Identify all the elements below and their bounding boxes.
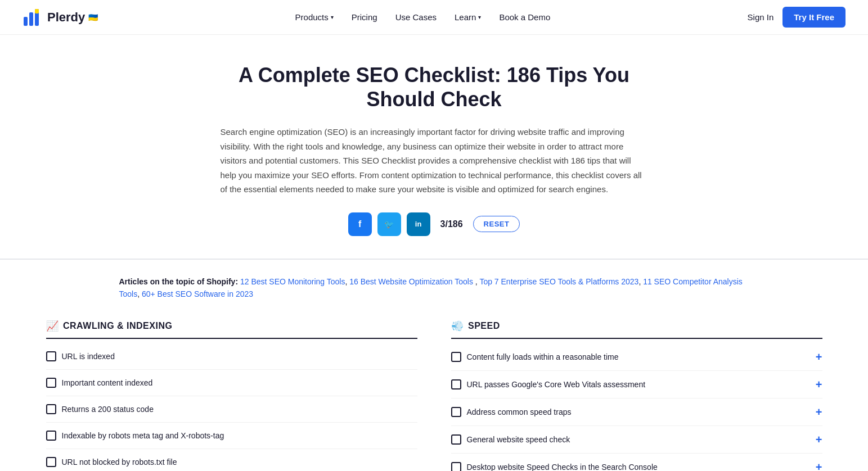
checkbox-sp2[interactable] — [451, 379, 461, 390]
list-item: Content fully loads within a reasonable … — [451, 343, 822, 371]
item-label-ci5: URL not blocked by robots.txt file — [62, 458, 177, 467]
navbar: Plerdy 🇺🇦 Products ▾ Pricing Use Cases L… — [0, 0, 868, 35]
list-item: Returns a 200 status code — [46, 396, 417, 423]
item-label-sp1: Content fully loads within a reasonable … — [467, 352, 619, 361]
checkbox-ci5[interactable] — [46, 457, 56, 467]
list-item: Indexable by robots meta tag and X-robot… — [46, 423, 417, 449]
nav-item-products[interactable]: Products ▾ — [295, 12, 334, 22]
logo-link[interactable]: Plerdy 🇺🇦 — [23, 7, 98, 28]
logo-icon — [23, 7, 44, 28]
list-item: General website speed check + — [451, 426, 822, 454]
crawling-icon: 📈 — [46, 320, 59, 332]
linkedin-icon: in — [415, 220, 422, 228]
facebook-share-button[interactable]: f — [348, 212, 372, 236]
crawling-indexing-section: 📈 CRAWLING & INDEXING URL is indexed Imp… — [46, 314, 417, 471]
list-item: Important content indexed — [46, 370, 417, 396]
expand-button-sp1[interactable]: + — [816, 351, 822, 363]
nav-item-pricing[interactable]: Pricing — [352, 12, 377, 22]
twitter-share-button[interactable]: 🐦 — [377, 212, 401, 236]
checkbox-sp3[interactable] — [451, 407, 461, 417]
checkbox-sp4[interactable] — [451, 434, 461, 445]
hero-description: Search engine optimization (SEO) is an i… — [221, 125, 648, 197]
linkedin-share-button[interactable]: in — [407, 212, 430, 236]
list-item: Address common speed traps + — [451, 398, 822, 426]
sign-in-link[interactable]: Sign In — [748, 12, 774, 22]
articles-row: Articles on the topic of Shopify: 12 Bes… — [97, 275, 772, 301]
speed-section-title: SPEED — [468, 321, 500, 331]
try-free-button[interactable]: Try It Free — [782, 7, 845, 28]
item-label-ci3: Returns a 200 status code — [62, 405, 154, 414]
nav-item-use-cases[interactable]: Use Cases — [395, 12, 437, 22]
hero-section: A Complete SEO Checklist: 186 Tips You S… — [209, 35, 659, 259]
item-label-sp2: URL passes Google's Core Web Vitals asse… — [467, 380, 646, 389]
list-item: URL not blocked by robots.txt file — [46, 449, 417, 471]
expand-button-sp2[interactable]: + — [816, 379, 822, 390]
item-label-sp4: General website speed check — [467, 435, 570, 444]
logo-text: Plerdy — [47, 10, 85, 25]
svg-rect-0 — [24, 17, 28, 26]
nav-item-learn[interactable]: Learn ▾ — [455, 12, 481, 22]
item-label-ci1: URL is indexed — [62, 352, 115, 361]
nav-item-book-demo[interactable]: Book a Demo — [499, 12, 550, 22]
checkbox-ci2[interactable] — [46, 378, 56, 388]
speed-section: 💨 SPEED Content fully loads within a rea… — [451, 314, 822, 471]
expand-button-sp4[interactable]: + — [816, 434, 822, 445]
checklist-counter: 3/186 — [440, 219, 463, 229]
checklist-grid: 📈 CRAWLING & INDEXING URL is indexed Imp… — [24, 314, 845, 471]
list-item: URL passes Google's Core Web Vitals asse… — [451, 371, 822, 398]
social-row: f 🐦 in 3/186 RESET — [221, 212, 648, 236]
list-item: Desktop website Speed Checks in the Sear… — [451, 454, 822, 471]
nav-right: Sign In Try It Free — [748, 7, 845, 28]
checkbox-ci4[interactable] — [46, 431, 56, 441]
chevron-down-icon: ▾ — [478, 14, 481, 20]
svg-rect-3 — [35, 9, 39, 13]
facebook-icon: f — [358, 219, 361, 229]
speed-icon: 💨 — [451, 320, 464, 332]
checkbox-ci3[interactable] — [46, 404, 56, 414]
article-link-5[interactable]: 60+ Best SEO Software in 2023 — [142, 289, 253, 298]
article-link-1[interactable]: 12 Best SEO Monitoring Tools — [240, 277, 345, 286]
checkbox-ci1[interactable] — [46, 351, 56, 361]
expand-button-sp5[interactable]: + — [816, 461, 822, 471]
logo-flag: 🇺🇦 — [88, 13, 98, 22]
twitter-icon: 🐦 — [384, 220, 394, 229]
expand-button-sp3[interactable]: + — [816, 406, 822, 418]
speed-section-header: 💨 SPEED — [451, 320, 822, 339]
nav-links: Products ▾ Pricing Use Cases Learn ▾ Boo… — [295, 12, 551, 22]
item-label-sp5: Desktop website Speed Checks in the Sear… — [467, 463, 658, 471]
checkbox-sp1[interactable] — [451, 352, 461, 362]
item-label-ci4: Indexable by robots meta tag and X-robot… — [62, 431, 224, 440]
crawling-section-title: CRAWLING & INDEXING — [63, 321, 172, 331]
list-item: URL is indexed — [46, 343, 417, 370]
item-label-sp3: Address common speed traps — [467, 407, 572, 416]
page-title: A Complete SEO Checklist: 186 Tips You S… — [221, 63, 648, 111]
item-label-ci2: Important content indexed — [62, 378, 153, 387]
crawling-section-header: 📈 CRAWLING & INDEXING — [46, 320, 417, 339]
checkbox-sp5[interactable] — [451, 462, 461, 471]
article-link-2[interactable]: 16 Best Website Optimization Tools — [349, 277, 473, 286]
svg-rect-1 — [29, 12, 33, 26]
reset-button[interactable]: RESET — [473, 216, 520, 232]
chevron-down-icon: ▾ — [331, 14, 334, 20]
article-link-3[interactable]: Top 7 Enterprise SEO Tools & Platforms 2… — [479, 277, 638, 286]
articles-prefix: Articles on the topic of Shopify: — [119, 277, 239, 286]
section-divider — [0, 259, 868, 260]
